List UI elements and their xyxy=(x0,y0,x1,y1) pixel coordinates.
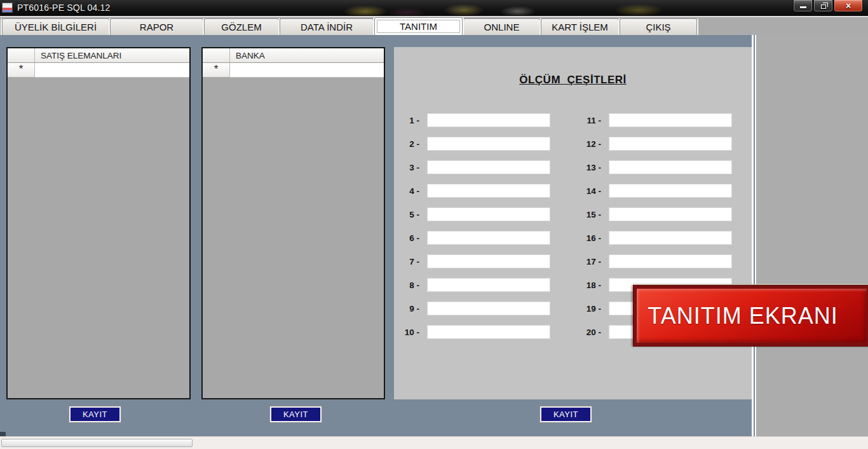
measurement-input-6[interactable] xyxy=(427,231,550,245)
restore-button[interactable] xyxy=(813,0,833,12)
measurement-label-18: 18 - xyxy=(576,280,601,290)
bank-grid: BANKA * xyxy=(201,47,385,399)
measurement-input-7[interactable] xyxy=(427,254,550,268)
measurement-input-4[interactable] xyxy=(427,184,550,198)
close-icon: × xyxy=(846,1,851,10)
measurement-label-11: 11 - xyxy=(576,116,601,125)
measurement-label-2: 2 - xyxy=(394,139,419,149)
focus-rectangle xyxy=(377,20,460,33)
sales-column-header[interactable]: SATIŞ ELEMANLARI xyxy=(35,48,189,63)
window-controls: × xyxy=(792,0,863,12)
tanitim-ekrani-banner: TANITIM EKRANI xyxy=(633,285,868,347)
sales-new-row-cell[interactable] xyxy=(35,63,189,78)
minimize-icon xyxy=(800,6,806,8)
grid-new-row: * xyxy=(203,63,384,78)
measurement-label-19: 19 - xyxy=(576,304,601,314)
save-measurements-button[interactable]: KAYIT xyxy=(540,406,592,422)
tab-data-indir[interactable]: DATA İNDİR xyxy=(280,18,374,35)
tab-rapor[interactable]: RAPOR xyxy=(110,18,203,35)
grid-header-row: BANKA xyxy=(203,48,384,63)
tab-cikis[interactable]: ÇIKIŞ xyxy=(620,18,697,35)
close-button[interactable]: × xyxy=(834,0,863,12)
measurement-input-13[interactable] xyxy=(609,160,732,174)
measurement-label-7: 7 - xyxy=(394,257,419,266)
window-title: PT6016-PE SQL 04.12 xyxy=(17,3,110,13)
measurement-input-16[interactable] xyxy=(609,231,732,245)
measurement-input-8[interactable] xyxy=(427,278,550,292)
grid-corner-cell[interactable] xyxy=(203,48,230,63)
minimize-button[interactable] xyxy=(793,0,813,12)
measurement-label-20: 20 - xyxy=(576,328,601,337)
measurement-label-14: 14 - xyxy=(576,186,601,196)
measurement-label-8: 8 - xyxy=(394,280,419,290)
measurement-label-12: 12 - xyxy=(576,139,601,149)
save-sales-button[interactable]: KAYIT xyxy=(69,406,121,422)
measurement-input-10[interactable] xyxy=(427,325,550,339)
save-bank-button[interactable]: KAYIT xyxy=(270,406,322,422)
measurement-input-12[interactable] xyxy=(609,137,732,151)
right-gutter xyxy=(756,35,868,436)
measurement-label-17: 17 - xyxy=(576,257,601,266)
measurement-input-11[interactable] xyxy=(609,113,732,127)
measurement-label-16: 16 - xyxy=(576,233,601,243)
measurement-input-2[interactable] xyxy=(427,137,550,151)
tab-uyelik-bilgileri[interactable]: ÜYELİK BİLGİLERİ xyxy=(2,18,109,35)
tab-gozlem[interactable]: GÖZLEM xyxy=(204,18,279,35)
measurement-input-17[interactable] xyxy=(609,254,732,268)
tab-tanitim[interactable]: TANITIM xyxy=(374,17,463,35)
new-row-marker: * xyxy=(203,63,230,78)
panel-title: ÖLÇÜM ÇEŞİTLERİ xyxy=(394,74,752,86)
grid-header-row: SATIŞ ELEMANLARI xyxy=(8,48,189,63)
vertical-divider xyxy=(752,35,756,436)
measurement-label-15: 15 - xyxy=(576,210,601,219)
measurement-input-9[interactable] xyxy=(427,301,550,315)
new-row-marker: * xyxy=(8,63,35,78)
main-content: SATIŞ ELEMANLARI * BANKA * ÖLÇÜM ÇEŞİTLE… xyxy=(0,35,752,436)
measurement-label-4: 4 - xyxy=(394,186,419,196)
measurement-input-1[interactable] xyxy=(427,113,550,127)
measurement-label-5: 5 - xyxy=(394,210,419,219)
measurement-input-5[interactable] xyxy=(427,207,550,221)
measurement-label-1: 1 - xyxy=(394,116,419,125)
scrollbar-thumb[interactable] xyxy=(1,439,193,447)
tab-kart-islem[interactable]: KART İŞLEM xyxy=(541,18,619,35)
bank-new-row-cell[interactable] xyxy=(230,63,384,78)
horizontal-scrollbar xyxy=(0,436,868,449)
title-bar: PT6016-PE SQL 04.12 × xyxy=(0,0,868,16)
grid-new-row: * xyxy=(8,63,189,78)
sales-people-grid: SATIŞ ELEMANLARI * xyxy=(6,47,191,399)
corner-notch xyxy=(0,432,6,436)
measurement-label-3: 3 - xyxy=(394,163,419,172)
measurement-column-left: 1 - 2 - 3 - 4 - 5 - 6 - 7 - 8 - 9 - 10 - xyxy=(394,113,550,349)
restore-icon xyxy=(821,4,826,9)
measurement-label-13: 13 - xyxy=(576,163,601,172)
measurement-label-6: 6 - xyxy=(394,233,419,243)
bank-column-header[interactable]: BANKA xyxy=(230,48,384,63)
app-logo-icon xyxy=(2,3,13,13)
measurement-input-14[interactable] xyxy=(609,184,732,198)
banner-text: TANITIM EKRANI xyxy=(648,303,855,329)
measurement-label-10: 10 - xyxy=(394,328,419,337)
measurement-label-9: 9 - xyxy=(394,304,419,314)
tab-online[interactable]: ONLINE xyxy=(463,18,540,35)
grid-corner-cell[interactable] xyxy=(8,48,35,63)
app-window: PT6016-PE SQL 04.12 × ÜYELİK BİLGİLERİ R… xyxy=(0,0,868,449)
measurement-input-15[interactable] xyxy=(609,207,732,221)
measurement-input-3[interactable] xyxy=(427,160,550,174)
tab-strip: ÜYELİK BİLGİLERİ RAPOR GÖZLEM DATA İNDİR… xyxy=(0,16,868,35)
